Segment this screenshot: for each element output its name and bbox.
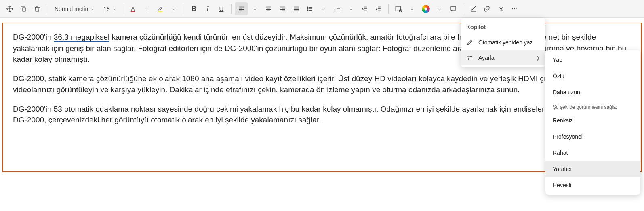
underline-button[interactable]: U — [215, 2, 228, 15]
chevron-down-icon[interactable]: ⌵ — [317, 2, 330, 15]
align-center-button[interactable] — [262, 2, 275, 15]
font-color-button[interactable] — [126, 2, 139, 15]
submenu-item-longer[interactable]: Daha uzun — [545, 84, 640, 100]
paragraph[interactable]: DG-2000'in 53 otomatik odaklama noktası … — [13, 103, 631, 126]
svg-point-3 — [307, 7, 308, 8]
svg-text:3: 3 — [334, 9, 335, 12]
comment-button[interactable] — [447, 2, 460, 15]
separator — [388, 4, 389, 14]
svg-point-5 — [307, 10, 308, 11]
more-options-button[interactable] — [508, 2, 521, 15]
chevron-down-icon[interactable]: ⌵ — [345, 2, 358, 15]
copilot-icon — [422, 5, 430, 13]
menu-item-auto-rewrite[interactable]: Otomatik yeniden yaz — [461, 35, 545, 50]
copilot-button[interactable] — [419, 2, 432, 15]
link-button[interactable] — [480, 2, 493, 15]
spellcheck-span[interactable]: 36,3 megapiksel — [54, 33, 109, 42]
separator — [463, 4, 463, 14]
menu-item-label: Ayarla — [478, 55, 494, 61]
svg-point-12 — [514, 8, 515, 9]
delete-icon[interactable] — [31, 2, 44, 15]
submenu-item-professional[interactable]: Profesyonel — [545, 129, 640, 145]
rewrite-icon — [466, 39, 474, 46]
adjust-submenu: Yap Özlü Daha uzun Şu şekilde görünmesin… — [545, 50, 640, 195]
chevron-down-icon[interactable]: ⌵ — [248, 2, 261, 15]
submenu-item-creative[interactable]: Yaratıcı — [545, 161, 640, 177]
indent-button[interactable] — [372, 2, 385, 15]
separator — [231, 4, 232, 14]
align-right-button[interactable] — [276, 2, 289, 15]
clear-formatting-button[interactable] — [494, 2, 507, 15]
align-justify-button[interactable] — [290, 2, 303, 15]
chevron-down-icon[interactable]: ⌵ — [406, 2, 419, 15]
submenu-section-header: Şu şekilde görünmesini sağla: — [545, 100, 640, 112]
separator — [47, 4, 47, 14]
paragraph-style-label: Normal metin — [55, 6, 88, 12]
submenu-item-make[interactable]: Yap — [545, 52, 640, 68]
suggest-mode-button[interactable] — [467, 2, 480, 15]
font-size-value: 18 — [103, 6, 110, 12]
svg-point-11 — [512, 8, 513, 9]
chevron-right-icon: ❯ — [536, 55, 540, 61]
copilot-menu: Kopilot Otomatik yeniden yaz Ayarla ❯ — [461, 18, 545, 67]
paragraph-style-selector[interactable]: Normal metin ⌵ — [51, 2, 97, 15]
adjust-icon — [466, 54, 474, 61]
insert-table-button[interactable] — [392, 2, 405, 15]
svg-point-14 — [471, 56, 472, 57]
chevron-down-icon[interactable]: ⌵ — [168, 2, 181, 15]
separator — [123, 4, 123, 14]
paragraph[interactable]: DG-2000, statik kamera çözünürlüğüne ek … — [13, 73, 631, 95]
svg-point-13 — [516, 8, 516, 9]
align-left-button[interactable] — [235, 2, 248, 15]
submenu-item-enthusiastic[interactable]: Hevesli — [545, 177, 640, 193]
chevron-down-icon[interactable]: ⌵ — [433, 2, 446, 15]
numbered-list-button[interactable]: 123 — [331, 2, 344, 15]
chevron-down-icon: ⌵ — [114, 6, 116, 11]
submenu-item-neutral[interactable]: Renksiz — [545, 112, 640, 129]
chevron-down-icon: ⌵ — [90, 6, 93, 11]
svg-rect-1 — [131, 11, 135, 12]
move-icon[interactable] — [3, 2, 16, 15]
submenu-item-concise[interactable]: Özlü — [545, 68, 640, 84]
outdent-button[interactable] — [358, 2, 371, 15]
menu-item-label: Otomatik yeniden yaz — [478, 39, 533, 46]
toolbar: Normal metin ⌵ 18 ⌵ ⌵ ⌵ B I U ⌵ ⌵ 123 ⌵ — [0, 0, 644, 18]
menu-title: Kopilot — [461, 19, 545, 35]
bullet-list-button[interactable] — [303, 2, 316, 15]
svg-rect-2 — [158, 11, 163, 12]
copy-icon[interactable] — [17, 2, 30, 15]
svg-point-15 — [468, 59, 469, 60]
submenu-item-casual[interactable]: Rahat — [545, 145, 640, 161]
font-size-selector[interactable]: 18 ⌵ — [98, 2, 120, 15]
menu-item-adjust[interactable]: Ayarla ❯ — [461, 50, 545, 65]
svg-point-4 — [307, 8, 308, 9]
bold-button[interactable]: B — [187, 2, 200, 15]
highlight-button[interactable] — [154, 2, 167, 15]
italic-button[interactable]: I — [201, 2, 214, 15]
chevron-down-icon[interactable]: ⌵ — [140, 2, 153, 15]
svg-rect-0 — [22, 8, 26, 11]
separator — [184, 4, 184, 14]
